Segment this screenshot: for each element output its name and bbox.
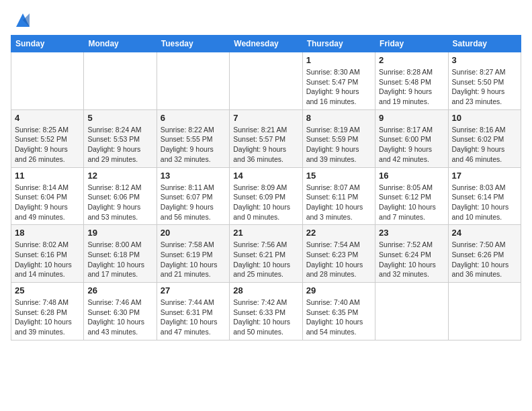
day-info: Sunrise: 7:58 AM Sunset: 6:19 PM Dayligh… (161, 240, 226, 279)
day-info: Sunrise: 8:17 AM Sunset: 6:00 PM Dayligh… (379, 125, 444, 165)
day-info: Sunrise: 7:46 AM Sunset: 6:30 PM Dayligh… (87, 298, 152, 337)
day-number: 3 (452, 55, 517, 65)
calendar-cell: 19Sunrise: 8:00 AM Sunset: 6:18 PM Dayli… (84, 225, 157, 283)
weekday-header-tuesday: Tuesday (157, 36, 229, 52)
calendar-cell: 11Sunrise: 8:14 AM Sunset: 6:04 PM Dayli… (11, 167, 84, 225)
day-number: 7 (233, 113, 298, 123)
calendar-cell: 28Sunrise: 7:42 AM Sunset: 6:33 PM Dayli… (230, 283, 302, 340)
day-info: Sunrise: 8:12 AM Sunset: 6:06 PM Dayligh… (87, 183, 152, 222)
day-info: Sunrise: 8:25 AM Sunset: 5:52 PM Dayligh… (15, 125, 80, 165)
day-number: 24 (452, 228, 517, 238)
day-info: Sunrise: 8:14 AM Sunset: 6:04 PM Dayligh… (15, 183, 80, 222)
day-number: 5 (87, 113, 152, 123)
weekday-header-row: SundayMondayTuesdayWednesdayThursdayFrid… (11, 36, 521, 52)
day-info: Sunrise: 7:48 AM Sunset: 6:28 PM Dayligh… (15, 298, 80, 337)
calendar-cell: 6Sunrise: 8:22 AM Sunset: 5:55 PM Daylig… (157, 109, 229, 167)
day-number: 6 (161, 113, 226, 123)
weekday-header-wednesday: Wednesday (230, 36, 302, 52)
calendar-cell: 1Sunrise: 8:30 AM Sunset: 5:47 PM Daylig… (302, 52, 375, 110)
day-info: Sunrise: 8:24 AM Sunset: 5:53 PM Dayligh… (87, 125, 152, 165)
calendar-cell: 24Sunrise: 7:50 AM Sunset: 6:26 PM Dayli… (448, 225, 521, 283)
day-info: Sunrise: 8:30 AM Sunset: 5:47 PM Dayligh… (306, 67, 371, 107)
day-info: Sunrise: 8:09 AM Sunset: 6:09 PM Dayligh… (233, 183, 298, 222)
day-number: 11 (15, 171, 80, 181)
calendar-body: 1Sunrise: 8:30 AM Sunset: 5:47 PM Daylig… (11, 52, 521, 340)
day-number: 10 (452, 113, 517, 123)
day-info: Sunrise: 7:56 AM Sunset: 6:21 PM Dayligh… (233, 240, 298, 279)
day-number: 9 (379, 113, 444, 123)
calendar-table: SundayMondayTuesdayWednesdayThursdayFrid… (11, 35, 521, 340)
day-number: 12 (87, 171, 152, 181)
weekday-header-saturday: Saturday (448, 36, 521, 52)
calendar-week-4: 18Sunrise: 8:02 AM Sunset: 6:16 PM Dayli… (11, 225, 521, 283)
calendar-cell (157, 52, 229, 110)
day-info: Sunrise: 8:00 AM Sunset: 6:18 PM Dayligh… (87, 240, 152, 279)
calendar-cell: 3Sunrise: 8:27 AM Sunset: 5:50 PM Daylig… (448, 52, 521, 110)
logo-icon (13, 11, 32, 30)
day-info: Sunrise: 7:50 AM Sunset: 6:26 PM Dayligh… (452, 240, 517, 279)
weekday-header-thursday: Thursday (302, 36, 375, 52)
calendar-header: SundayMondayTuesdayWednesdayThursdayFrid… (11, 36, 521, 52)
weekday-header-monday: Monday (84, 36, 157, 52)
logo (11, 11, 32, 30)
calendar-cell (11, 52, 84, 110)
day-number: 17 (452, 171, 517, 181)
day-number: 23 (379, 228, 444, 238)
calendar-cell: 29Sunrise: 7:40 AM Sunset: 6:35 PM Dayli… (302, 283, 375, 340)
calendar-cell: 20Sunrise: 7:58 AM Sunset: 6:19 PM Dayli… (157, 225, 229, 283)
day-number: 15 (306, 171, 371, 181)
day-number: 2 (379, 55, 444, 65)
day-number: 8 (306, 113, 371, 123)
day-number: 25 (15, 285, 80, 295)
calendar-week-5: 25Sunrise: 7:48 AM Sunset: 6:28 PM Dayli… (11, 283, 521, 340)
day-number: 16 (379, 171, 444, 181)
day-number: 26 (87, 285, 152, 295)
calendar-week-3: 11Sunrise: 8:14 AM Sunset: 6:04 PM Dayli… (11, 167, 521, 225)
day-info: Sunrise: 8:16 AM Sunset: 6:02 PM Dayligh… (452, 125, 517, 165)
calendar-cell: 15Sunrise: 8:07 AM Sunset: 6:11 PM Dayli… (302, 167, 375, 225)
calendar-week-2: 4Sunrise: 8:25 AM Sunset: 5:52 PM Daylig… (11, 109, 521, 167)
day-number: 22 (306, 228, 371, 238)
calendar-cell (375, 283, 448, 340)
calendar-cell (230, 52, 302, 110)
day-info: Sunrise: 7:54 AM Sunset: 6:23 PM Dayligh… (306, 240, 371, 279)
day-number: 4 (15, 113, 80, 123)
calendar-cell (84, 52, 157, 110)
day-info: Sunrise: 8:05 AM Sunset: 6:12 PM Dayligh… (379, 183, 444, 222)
day-number: 20 (161, 228, 226, 238)
day-number: 28 (233, 285, 298, 295)
day-info: Sunrise: 8:07 AM Sunset: 6:11 PM Dayligh… (306, 183, 371, 222)
day-info: Sunrise: 8:28 AM Sunset: 5:48 PM Dayligh… (379, 67, 444, 107)
calendar-cell: 26Sunrise: 7:46 AM Sunset: 6:30 PM Dayli… (84, 283, 157, 340)
calendar-cell: 22Sunrise: 7:54 AM Sunset: 6:23 PM Dayli… (302, 225, 375, 283)
calendar-cell: 9Sunrise: 8:17 AM Sunset: 6:00 PM Daylig… (375, 109, 448, 167)
calendar-cell: 21Sunrise: 7:56 AM Sunset: 6:21 PM Dayli… (230, 225, 302, 283)
day-info: Sunrise: 8:27 AM Sunset: 5:50 PM Dayligh… (452, 67, 517, 107)
calendar-cell: 17Sunrise: 8:03 AM Sunset: 6:14 PM Dayli… (448, 167, 521, 225)
day-number: 13 (161, 171, 226, 181)
day-number: 1 (306, 55, 371, 65)
page-header (11, 11, 521, 30)
calendar-week-1: 1Sunrise: 8:30 AM Sunset: 5:47 PM Daylig… (11, 52, 521, 110)
day-number: 19 (87, 228, 152, 238)
calendar-cell: 16Sunrise: 8:05 AM Sunset: 6:12 PM Dayli… (375, 167, 448, 225)
calendar-cell: 18Sunrise: 8:02 AM Sunset: 6:16 PM Dayli… (11, 225, 84, 283)
calendar-cell: 23Sunrise: 7:52 AM Sunset: 6:24 PM Dayli… (375, 225, 448, 283)
day-number: 18 (15, 228, 80, 238)
day-number: 21 (233, 228, 298, 238)
day-info: Sunrise: 8:19 AM Sunset: 5:59 PM Dayligh… (306, 125, 371, 165)
day-info: Sunrise: 7:40 AM Sunset: 6:35 PM Dayligh… (306, 298, 371, 337)
calendar-cell: 12Sunrise: 8:12 AM Sunset: 6:06 PM Dayli… (84, 167, 157, 225)
calendar-cell: 7Sunrise: 8:21 AM Sunset: 5:57 PM Daylig… (230, 109, 302, 167)
calendar-cell: 14Sunrise: 8:09 AM Sunset: 6:09 PM Dayli… (230, 167, 302, 225)
day-info: Sunrise: 8:03 AM Sunset: 6:14 PM Dayligh… (452, 183, 517, 222)
calendar-cell: 13Sunrise: 8:11 AM Sunset: 6:07 PM Dayli… (157, 167, 229, 225)
calendar-cell: 5Sunrise: 8:24 AM Sunset: 5:53 PM Daylig… (84, 109, 157, 167)
weekday-header-sunday: Sunday (11, 36, 84, 52)
calendar-cell: 10Sunrise: 8:16 AM Sunset: 6:02 PM Dayli… (448, 109, 521, 167)
calendar-cell: 25Sunrise: 7:48 AM Sunset: 6:28 PM Dayli… (11, 283, 84, 340)
day-number: 14 (233, 171, 298, 181)
day-info: Sunrise: 8:21 AM Sunset: 5:57 PM Dayligh… (233, 125, 298, 165)
weekday-header-friday: Friday (375, 36, 448, 52)
day-info: Sunrise: 7:42 AM Sunset: 6:33 PM Dayligh… (233, 298, 298, 337)
